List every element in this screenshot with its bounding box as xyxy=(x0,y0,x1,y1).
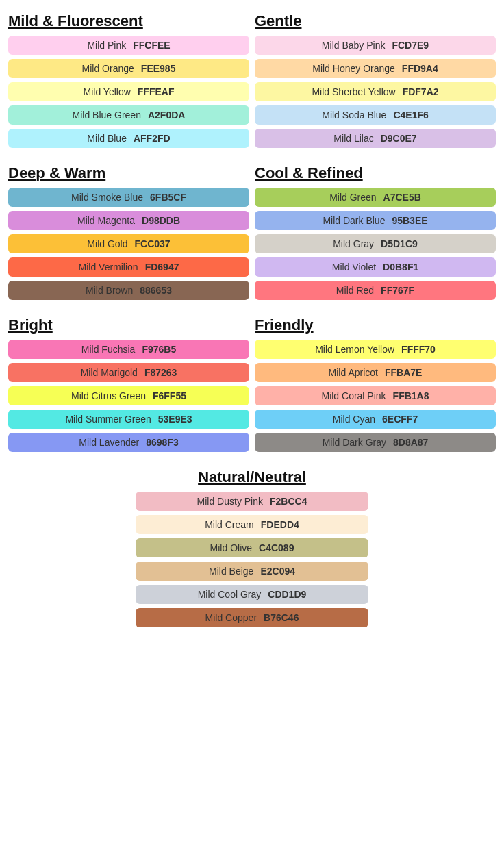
color-name: Mild Marigold xyxy=(81,367,138,378)
color-name: Mild Magenta xyxy=(77,215,135,226)
color-hex: 95B3EE xyxy=(392,215,427,226)
color-hex: 886653 xyxy=(140,285,172,296)
color-hex: A7CE5B xyxy=(383,192,421,203)
color-row: Mild Dark Gray8D8A87 xyxy=(255,433,496,452)
color-row: Mild Brown886653 xyxy=(8,281,249,300)
color-row: Mild GrayD5D1C9 xyxy=(255,234,496,253)
color-name: Mild Violet xyxy=(332,262,376,273)
color-name: Mild Dark Gray xyxy=(323,437,386,448)
color-row: Mild MarigoldF87263 xyxy=(8,363,249,382)
color-hex: FF767F xyxy=(381,285,414,296)
color-row: Mild Blue GreenA2F0DA xyxy=(8,105,249,125)
color-row: Mild GreenA7CE5B xyxy=(255,188,496,207)
color-hex: F6FF55 xyxy=(153,390,186,401)
color-hex: C4C089 xyxy=(259,542,294,553)
color-row: Mild Coral PinkFFB1A8 xyxy=(255,386,496,405)
color-hex: D5D1C9 xyxy=(381,238,418,249)
color-hex: AFF2FD xyxy=(134,133,171,144)
color-name: Mild Smoke Blue xyxy=(71,192,143,203)
color-name: Mild Orange xyxy=(82,63,134,74)
color-row: Mild FuchsiaF976B5 xyxy=(8,340,249,359)
color-row: Mild Lemon YellowFFFF70 xyxy=(255,340,496,359)
color-row: Mild Baby PinkFCD7E9 xyxy=(255,36,496,55)
color-name: Mild Cool Gray xyxy=(198,589,262,600)
color-name: Mild Copper xyxy=(205,612,257,623)
color-name: Mild Honey Orange xyxy=(312,63,395,74)
color-hex: 6ECFF7 xyxy=(382,414,418,425)
section-title-deep-warm: Deep & Warm xyxy=(8,164,249,182)
color-row: Mild YellowFFFEAF xyxy=(8,82,249,101)
color-row: Mild BlueAFF2FD xyxy=(8,129,249,148)
section-deep-warm: Deep & WarmMild Smoke Blue6FB5CFMild Mag… xyxy=(8,164,249,304)
color-name: Mild Blue xyxy=(87,133,127,144)
color-row: Mild CreamFDEDD4 xyxy=(136,515,368,534)
color-hex: B76C46 xyxy=(264,612,299,623)
color-name: Mild Lemon Yellow xyxy=(315,344,394,355)
color-name: Mild Pink xyxy=(87,40,126,51)
color-name: Mild Green xyxy=(329,192,376,203)
color-row: Mild OrangeFEE985 xyxy=(8,59,249,78)
color-row: Mild Summer Green53E9E3 xyxy=(8,410,249,429)
color-row: Mild Smoke Blue6FB5CF xyxy=(8,188,249,207)
color-row: Mild Cyan6ECFF7 xyxy=(255,410,496,429)
section-friendly: FriendlyMild Lemon YellowFFFF70Mild Apri… xyxy=(255,316,496,456)
color-hex: FFBA7E xyxy=(385,367,422,378)
color-hex: CDD1D9 xyxy=(268,589,306,600)
color-hex: 53E9E3 xyxy=(158,414,192,425)
color-hex: F976B5 xyxy=(142,344,176,355)
section-title-bright: Bright xyxy=(8,316,249,334)
color-hex: FFFEAF xyxy=(138,86,175,97)
color-row: Mild Citrus GreenF6FF55 xyxy=(8,386,249,405)
color-row: Mild PinkFFCFEE xyxy=(8,36,249,55)
color-hex: FCC037 xyxy=(135,238,171,249)
color-row: Mild RedFF767F xyxy=(255,281,496,300)
color-name: Mild Brown xyxy=(86,285,133,296)
color-name: Mild Lavender xyxy=(79,437,139,448)
color-name: Mild Citrus Green xyxy=(71,390,146,401)
color-row: Mild Honey OrangeFFD9A4 xyxy=(255,59,496,78)
color-row: Mild Sherbet YellowFDF7A2 xyxy=(255,82,496,101)
color-hex: FCD7E9 xyxy=(392,40,429,51)
color-hex: D98DDB xyxy=(142,215,180,226)
color-name: Mild Coral Pink xyxy=(321,390,386,401)
color-name: Mild Olive xyxy=(210,542,252,553)
color-row: Mild OliveC4C089 xyxy=(136,538,368,557)
color-hex: D0B8F1 xyxy=(383,262,418,273)
color-row: Mild CopperB76C46 xyxy=(136,608,368,627)
section-gentle: GentleMild Baby PinkFCD7E9Mild Honey Ora… xyxy=(255,12,496,152)
color-row: Mild VioletD0B8F1 xyxy=(255,257,496,277)
color-name: Mild Vermilion xyxy=(79,262,138,273)
color-name: Mild Baby Pink xyxy=(322,40,386,51)
color-name: Mild Sherbet Yellow xyxy=(312,86,395,97)
color-row: Mild Soda BlueC4E1F6 xyxy=(255,105,496,125)
color-row: Mild Dusty PinkF2BCC4 xyxy=(136,492,368,511)
color-hex: 6FB5CF xyxy=(150,192,186,203)
color-hex: FFFF70 xyxy=(401,344,436,355)
color-hex: F87263 xyxy=(144,367,177,378)
color-hex: FFB1A8 xyxy=(393,390,429,401)
color-name: Mild Gold xyxy=(87,238,127,249)
color-hex: 8698F3 xyxy=(146,437,178,448)
color-name: Mild Blue Green xyxy=(73,110,141,121)
color-name: Mild Dusty Pink xyxy=(197,496,263,507)
color-row: Mild LilacD9C0E7 xyxy=(255,129,496,148)
color-name: Mild Summer Green xyxy=(65,414,151,425)
color-row: Mild ApricotFFBA7E xyxy=(255,363,496,382)
color-hex: FFCFEE xyxy=(133,40,170,51)
section-title-natural-neutral: Natural/Neutral xyxy=(198,468,306,486)
color-hex: E2C094 xyxy=(260,566,295,577)
color-name: Mild Beige xyxy=(209,566,253,577)
color-hex: FDF7A2 xyxy=(403,86,439,97)
color-hex: A2F0DA xyxy=(148,110,185,121)
color-row: Mild Lavender8698F3 xyxy=(8,433,249,452)
color-hex: C4E1F6 xyxy=(393,110,428,121)
color-row: Mild GoldFCC037 xyxy=(8,234,249,253)
sections-grid: Mild & FluorescentMild PinkFFCFEEMild Or… xyxy=(8,12,496,644)
section-title-gentle: Gentle xyxy=(255,12,496,30)
color-hex: FFD9A4 xyxy=(402,63,438,74)
color-row: Mild BeigeE2C094 xyxy=(136,562,368,581)
section-cool-refined: Cool & RefinedMild GreenA7CE5BMild Dark … xyxy=(255,164,496,304)
section-natural-neutral: Natural/NeutralMild Dusty PinkF2BCC4Mild… xyxy=(8,468,496,631)
color-hex: 8D8A87 xyxy=(393,437,428,448)
color-hex: FEE985 xyxy=(141,63,176,74)
